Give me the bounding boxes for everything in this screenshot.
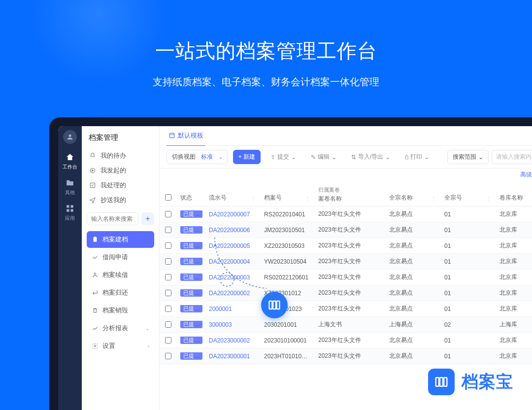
chart-icon bbox=[92, 325, 99, 332]
edit-button[interactable]: ✎ 编辑 ⌄ bbox=[306, 150, 341, 164]
col-status[interactable]: 状态 bbox=[176, 183, 205, 206]
row-checkbox[interactable] bbox=[165, 353, 171, 359]
quick-initiated[interactable]: 我发起的 bbox=[87, 163, 154, 178]
quick-cc[interactable]: 抄送我的 bbox=[87, 193, 154, 207]
play-icon bbox=[89, 167, 97, 174]
row-checkbox[interactable] bbox=[165, 321, 171, 328]
nav-return[interactable]: 档案归还 bbox=[87, 284, 154, 301]
print-button[interactable]: ⎙ 打印 ⌄ bbox=[400, 150, 434, 164]
new-button[interactable]: + 新建 bbox=[233, 150, 261, 164]
col-checkbox bbox=[160, 183, 176, 206]
cell-serial[interactable]: 3000003 bbox=[205, 321, 260, 328]
row-checkbox[interactable] bbox=[165, 227, 171, 233]
row-checkbox[interactable] bbox=[165, 306, 171, 312]
status-badge: 已提交 bbox=[180, 337, 202, 344]
hero-subtitle: 支持纸质档案、电子档案、财务会计档案一体化管理 bbox=[0, 75, 532, 89]
cell-serial[interactable]: 2000001 bbox=[205, 306, 260, 312]
col-case-name[interactable]: 归属案卷案卷名称 bbox=[314, 183, 385, 206]
quick-processed[interactable]: 我处理的 bbox=[87, 178, 154, 193]
th-label: 卷库名称 bbox=[499, 194, 523, 202]
table-row[interactable]: 已提交DA202300000220230101000012023年红头文件北京易… bbox=[160, 333, 532, 348]
svg-rect-2 bbox=[71, 205, 73, 207]
view-switch-button[interactable]: 切换视图 标准 ⌄ bbox=[166, 150, 228, 164]
nav-renew[interactable]: 档案续借 bbox=[87, 267, 154, 283]
col-fond-name[interactable]: 全宗名称⋮ bbox=[385, 183, 440, 206]
cell-fond-no: 02 bbox=[440, 321, 496, 328]
col-fond-no[interactable]: 全宗号⋮ bbox=[440, 183, 496, 206]
col-archive-no[interactable]: 档案号⋮ bbox=[260, 183, 314, 206]
nav-archive-create[interactable]: 档案建档 bbox=[87, 231, 154, 248]
advanced-search-row: 高级搜索 | ⚙ bbox=[160, 169, 532, 183]
cell-status: 已提交 bbox=[176, 226, 205, 234]
cell-fond-no: 01 bbox=[440, 242, 496, 249]
th-label: 案卷名称 bbox=[318, 195, 342, 203]
row-checkbox[interactable] bbox=[165, 258, 171, 265]
row-checkbox-cell bbox=[160, 241, 176, 250]
cell-vol-name: 上海库 bbox=[496, 320, 532, 329]
row-checkbox-cell bbox=[160, 209, 176, 219]
cell-serial[interactable]: DA2022000003 bbox=[205, 274, 260, 281]
leftbar-item-apps[interactable]: 应用 bbox=[65, 204, 75, 222]
row-checkbox[interactable] bbox=[165, 211, 171, 217]
cell-archive-no: JM2023010501 bbox=[260, 227, 314, 234]
nav-destroy[interactable]: 档案销毁 bbox=[87, 302, 154, 319]
table-row[interactable]: 已提交30000032030201001上海文书上海易点02上海库 bbox=[160, 317, 532, 333]
col-serial[interactable]: 流水号⋮ bbox=[205, 183, 260, 206]
quick-label: 我发起的 bbox=[100, 166, 126, 175]
advanced-search-link[interactable]: 高级搜索 bbox=[520, 171, 532, 178]
nav-reports[interactable]: 分析报表⌄ bbox=[87, 320, 154, 337]
cell-serial[interactable]: DA2022000005 bbox=[205, 242, 260, 249]
table-row[interactable]: 已提交DA2022000005XZ20230105032023年红头文件北京易点… bbox=[160, 238, 532, 254]
table-row[interactable]: 已提交2000001RS2023010232023年红头文件北京易点01北京库 bbox=[160, 301, 532, 317]
leftbar-item-other[interactable]: 其他 bbox=[65, 178, 75, 196]
row-checkbox[interactable] bbox=[165, 337, 171, 343]
search-scope-button[interactable]: 搜索范围 ⌄ bbox=[447, 150, 489, 164]
btn-label: 提交 bbox=[277, 153, 289, 161]
table-row[interactable]: 已提交DA20230000012023HT0101000012023年红头文件北… bbox=[160, 348, 532, 364]
avatar[interactable] bbox=[63, 130, 77, 144]
nav-label: 档案销毁 bbox=[102, 306, 128, 315]
col-vol-name[interactable]: 卷库名称 bbox=[496, 183, 532, 206]
row-checkbox-cell bbox=[160, 257, 176, 266]
row-checkbox[interactable] bbox=[165, 242, 171, 249]
sidepanel-search-input[interactable] bbox=[87, 212, 138, 225]
cell-fond-name: 北京易点 bbox=[385, 352, 440, 360]
grip-icon: ⋮ bbox=[431, 196, 436, 202]
row-checkbox[interactable] bbox=[165, 290, 171, 296]
tab-default-template[interactable]: 默认模板 bbox=[166, 126, 205, 146]
table-row[interactable]: 已提交DA2022000003RS020221206012023年红头文件北京易… bbox=[160, 270, 532, 285]
svg-rect-19 bbox=[440, 377, 443, 386]
svg-rect-4 bbox=[71, 209, 73, 212]
status-badge: 已提交 bbox=[180, 226, 202, 234]
add-button[interactable]: + bbox=[141, 212, 154, 225]
svg-rect-10 bbox=[94, 237, 96, 238]
table-row[interactable]: 已提交DA2022000002XZ2023010122023年红头文件北京易点0… bbox=[160, 285, 532, 301]
nav-settings[interactable]: 设置› bbox=[87, 338, 154, 354]
table-row[interactable]: 已提交DA2022000004YW20230105042023年红头文件北京易点… bbox=[160, 254, 532, 270]
cell-serial[interactable]: DA2022000007 bbox=[205, 211, 260, 218]
cell-fond-name: 北京易点 bbox=[385, 257, 440, 266]
cell-case-name: 2023年红头文件 bbox=[314, 257, 385, 266]
cell-serial[interactable]: DA2022000004 bbox=[205, 258, 260, 265]
floating-archive-icon bbox=[261, 292, 288, 318]
search-input[interactable]: 请输入搜索内 bbox=[492, 150, 532, 164]
cell-serial[interactable]: DA2023000001 bbox=[205, 353, 260, 360]
btn-label: 编辑 bbox=[318, 153, 330, 161]
select-all-checkbox[interactable] bbox=[165, 194, 171, 201]
cell-serial[interactable]: DA2023000002 bbox=[205, 337, 260, 344]
row-checkbox-cell bbox=[160, 320, 176, 329]
row-checkbox[interactable] bbox=[165, 274, 171, 280]
submit-button[interactable]: ⇧ 提交 ⌄ bbox=[266, 150, 301, 164]
folder-icon bbox=[66, 178, 74, 187]
cell-serial[interactable]: DA2022000006 bbox=[205, 227, 260, 234]
leftbar-item-workbench[interactable]: 工作台 bbox=[63, 153, 77, 171]
btn-label: 打印 bbox=[410, 153, 422, 161]
svg-rect-13 bbox=[169, 133, 174, 137]
quick-todo[interactable]: 我的待办 bbox=[87, 148, 154, 163]
cell-serial[interactable]: DA2022000002 bbox=[205, 290, 260, 297]
cell-fond-no: 01 bbox=[440, 337, 496, 344]
table-row[interactable]: 已提交DA2022000006JM20230105012023年红头文件北京易点… bbox=[160, 222, 532, 238]
import-export-button[interactable]: ⇅ 导入/导出 ⌄ bbox=[346, 150, 395, 164]
table-row[interactable]: 已提交DA2022000007RS20220104012023年红头文件北京易点… bbox=[160, 206, 532, 222]
nav-borrow[interactable]: 借阅申请 bbox=[87, 249, 154, 266]
